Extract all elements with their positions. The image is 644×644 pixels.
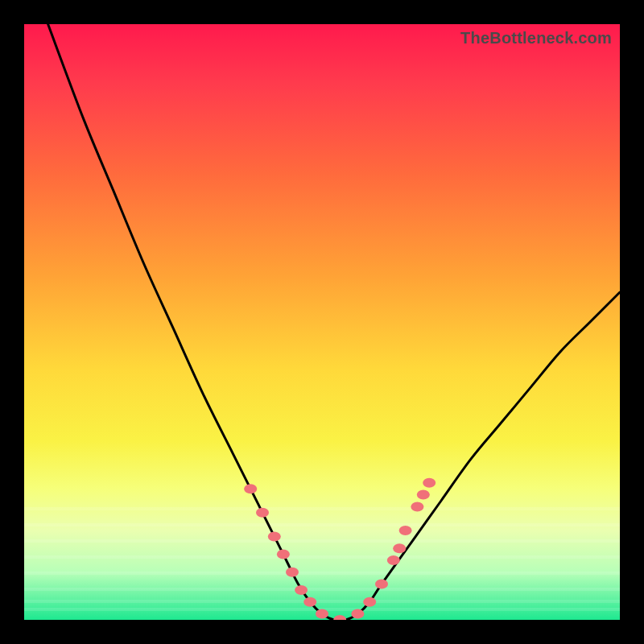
curve-marker [411, 502, 423, 511]
curve-marker [417, 490, 430, 500]
curve-marker [363, 597, 376, 607]
curve-marker [393, 543, 406, 553]
curve-marker [399, 526, 412, 535]
curve-marker [351, 609, 364, 619]
curve-marker [316, 609, 328, 619]
curve-marker [268, 531, 281, 541]
attribution-label: TheBottleneck.com [460, 29, 612, 47]
curve-marker [277, 550, 290, 559]
curve-marker [286, 568, 299, 577]
curve-layer [24, 24, 620, 620]
curve-marker [333, 615, 346, 620]
plot-area: TheBottleneck.com [24, 24, 620, 620]
curve-marker [303, 597, 316, 607]
curve-marker [375, 580, 388, 589]
curve-marker [423, 478, 436, 488]
curve-marker [295, 585, 308, 595]
bottleneck-curve [48, 24, 620, 620]
curve-marker [387, 555, 400, 565]
chart-frame: TheBottleneck.com [0, 0, 644, 644]
curve-marker [244, 484, 257, 493]
curve-marker [256, 508, 269, 518]
